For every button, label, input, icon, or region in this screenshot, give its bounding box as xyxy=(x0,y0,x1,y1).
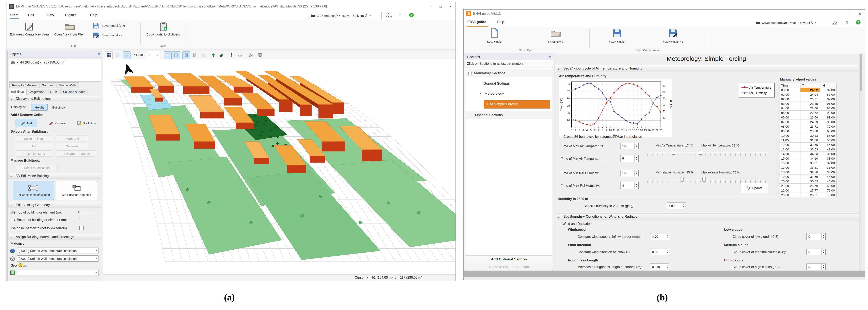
objects-list-item[interactable]: x=44 (88,00 m) y=75 (150,00 m) xyxy=(17,61,64,64)
menu-start[interactable]: Start xyxy=(10,13,18,17)
remove-cells-button[interactable]: Remove xyxy=(47,119,68,127)
mark-cell-button[interactable]: Mark Cell xyxy=(57,136,88,142)
maximize-button[interactable]: □ xyxy=(436,2,445,11)
no-action-button[interactable]: No Action xyxy=(74,119,99,127)
display-buildingnr-button[interactable]: BuildingNr xyxy=(49,104,70,111)
bottom-of-building-field[interactable]: 0 xyxy=(76,217,93,221)
add-optional-section-button[interactable]: Add Optional Section xyxy=(465,255,552,263)
greening-icon[interactable] xyxy=(10,270,15,275)
tree-use-simple-forcing[interactable]: Use Simple Forcing xyxy=(484,100,550,108)
seperate-button[interactable]: Seperate xyxy=(57,143,88,149)
cell-temperature[interactable]: 31.59 xyxy=(801,174,820,179)
cell-humidity[interactable]: 72.00 xyxy=(820,188,837,193)
tab-single-walls[interactable]: Single Walls xyxy=(57,82,79,88)
copy-model-button[interactable]: Copy model to clipboard xyxy=(145,21,182,44)
tab-sources[interactable]: Sources xyxy=(39,82,56,88)
cell-humidity[interactable]: 32.00 xyxy=(820,161,837,165)
cell-humidity[interactable]: 93.00 xyxy=(820,111,837,115)
settings-gear-button[interactable] xyxy=(247,51,255,59)
sitemap-icon[interactable] xyxy=(386,13,392,19)
menu-help[interactable]: Help xyxy=(90,13,97,17)
pin-icon[interactable] xyxy=(98,53,100,56)
section-24h-cycle[interactable]: » Set 24-hour cycle of Air Temperature a… xyxy=(556,65,858,72)
cell-humidity[interactable]: 38.00 xyxy=(820,170,837,174)
max-rh-slider-handle[interactable] xyxy=(702,177,706,181)
cell-humidity[interactable]: 82.00 xyxy=(820,88,837,92)
section-edit-geometry[interactable]: » Edit Building Geometry xyxy=(8,202,101,208)
humidity-2500-spinner[interactable]: 7.00▲▼ xyxy=(666,203,686,209)
open-area-button[interactable]: Open Area Input File... xyxy=(51,21,89,44)
cell-temperature[interactable]: 30.69 xyxy=(801,179,820,184)
building-display-button[interactable] xyxy=(182,51,190,59)
wall-material-icon[interactable] xyxy=(10,248,15,253)
walk-person-button[interactable] xyxy=(228,51,236,59)
set-individual-segment-button[interactable]: Set individual segment xyxy=(56,181,97,200)
cell-temperature[interactable]: 24.04 xyxy=(801,92,820,97)
scrollbar-thumb[interactable] xyxy=(860,54,862,91)
roof-material-select[interactable]: [00000] Default Wall - moderate insulati… xyxy=(17,255,99,262)
cell-humidity[interactable]: 50.00 xyxy=(820,138,837,143)
windspeed-spinner[interactable]: 3.00▲▼ xyxy=(650,233,669,240)
sitemap-icon[interactable] xyxy=(832,20,837,26)
help-icon[interactable]: ? xyxy=(409,13,414,18)
spaces-address-dropdown[interactable]: C:\Users\marti\OneDrive - UniversitÃ ▾ xyxy=(309,12,381,19)
tree-display-button[interactable] xyxy=(210,51,217,59)
cell-humidity[interactable]: 85.00 xyxy=(820,92,837,97)
grid-2d-button[interactable] xyxy=(123,51,130,59)
save-model-as-button[interactable]: Save model as... xyxy=(93,32,134,40)
pin-icon[interactable] xyxy=(549,56,551,59)
cell-temperature[interactable]: 33.91 xyxy=(801,161,820,165)
save-simx-as-button[interactable]: Save SIMX as xyxy=(657,28,689,48)
cell-humidity[interactable]: 36.00 xyxy=(820,152,837,156)
reset-all-buildings-button[interactable]: Reset all Buildings xyxy=(16,165,58,171)
cell-humidity[interactable]: 44.00 xyxy=(820,174,837,179)
minimize-button[interactable]: − xyxy=(835,9,845,18)
tree-optional-sections[interactable]: Optional Sections xyxy=(475,113,503,117)
cell-humidity[interactable]: 89.00 xyxy=(820,115,837,120)
save-view-button[interactable] xyxy=(256,51,264,59)
cell-humidity[interactable]: 41.00 xyxy=(820,147,837,152)
section-3d-edit-mode[interactable]: » 3D Edit Mode Buildings xyxy=(8,173,101,179)
section-assign-material[interactable]: » Assign Building Material and Greenings xyxy=(8,234,101,240)
time-max-temp-spinner[interactable]: 16▲▼ xyxy=(620,143,639,149)
cell-humidity[interactable]: 45.00 xyxy=(820,143,837,147)
cell-temperature[interactable]: 26.71 xyxy=(801,124,820,129)
pan-move-button[interactable] xyxy=(236,51,244,59)
cell-temperature[interactable]: 33.63 xyxy=(801,147,820,152)
tab-receptor-marker[interactable]: Receptor/ Marker xyxy=(9,82,39,88)
grid-disabled-button[interactable] xyxy=(114,51,121,59)
cell-temperature[interactable]: 34.03 xyxy=(801,152,820,156)
menu-view[interactable]: View xyxy=(46,13,54,17)
cell-humidity[interactable]: 31.00 xyxy=(820,165,837,170)
cell-temperature[interactable]: 24.69 xyxy=(801,120,820,124)
min-rh-slider-handle[interactable] xyxy=(681,177,684,181)
model-3d-scene[interactable] xyxy=(103,59,456,274)
home-icon[interactable]: ⌂ xyxy=(399,13,401,18)
cell-temperature[interactable]: 31.68 xyxy=(801,138,820,143)
save-model-button[interactable]: Save model (3D) xyxy=(93,23,134,30)
model-canvas[interactable] xyxy=(103,59,456,274)
cell-temperature[interactable]: 23.61 xyxy=(801,97,820,101)
tab-vegetation[interactable]: Vegetation xyxy=(27,89,47,94)
view-mode-2-button[interactable] xyxy=(172,51,180,59)
high-clouds-spinner[interactable]: 0▲▼ xyxy=(806,264,826,270)
cell-humidity[interactable]: 85.00 xyxy=(820,120,837,124)
cell-temperature[interactable]: 27.77 xyxy=(801,188,820,193)
min-temp-slider-handle[interactable] xyxy=(672,150,675,154)
absolute-zdata-checkbox[interactable] xyxy=(80,226,84,230)
cell-humidity[interactable]: 79.00 xyxy=(820,124,837,129)
tab-buildings[interactable]: Buildings xyxy=(8,89,27,95)
cell-humidity[interactable]: 65.00 xyxy=(820,133,837,138)
guide-address-dropdown[interactable]: C:\Users\marti\OneDrive - UniversitÃ ▾ xyxy=(754,19,827,26)
building-3-button[interactable] xyxy=(199,51,207,59)
humidity-range-slider[interactable] xyxy=(647,177,768,183)
grid-view-button[interactable] xyxy=(105,51,113,59)
cell-temperature[interactable]: 33.51 xyxy=(801,165,820,170)
view-mode-button[interactable] xyxy=(164,51,172,59)
update-button[interactable]: ↻ Update xyxy=(741,183,768,194)
wind-direction-spinner[interactable]: 0.00▲▼ xyxy=(650,249,669,255)
menu-envi-guide[interactable]: ENVI-guide xyxy=(467,20,486,24)
cell-humidity[interactable]: 91.00 xyxy=(820,101,837,106)
cell-temperature[interactable]: 24.52 xyxy=(801,88,820,92)
cell-humidity[interactable]: 63.00 xyxy=(820,184,837,188)
